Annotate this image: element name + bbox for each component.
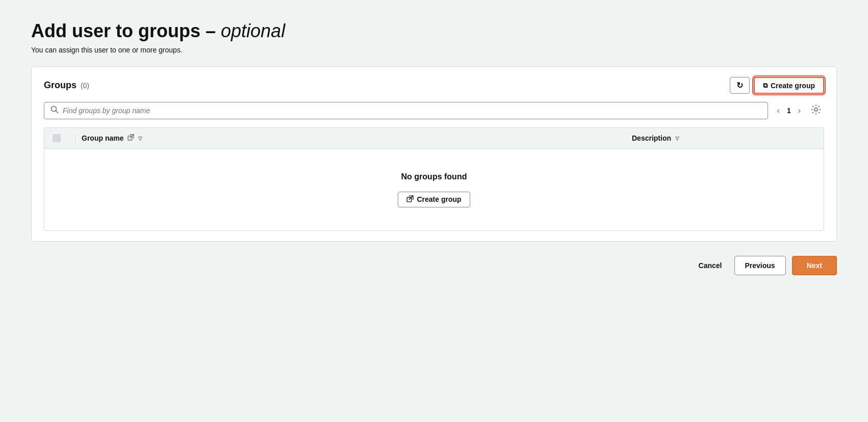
search-input[interactable]	[63, 107, 761, 115]
settings-button[interactable]	[808, 103, 824, 118]
pagination-next-button[interactable]: ›	[795, 105, 804, 116]
groups-label: Groups	[44, 80, 76, 90]
groups-title-section: Groups (0)	[44, 80, 89, 91]
external-link-icon-inline	[406, 195, 414, 204]
no-groups-text: No groups found	[401, 172, 467, 181]
svg-line-1	[56, 111, 58, 113]
header-checkbox[interactable]	[53, 134, 69, 142]
page-container: Add user to groups – optional You can as…	[31, 20, 837, 275]
svg-point-2	[814, 108, 818, 111]
gear-icon	[811, 107, 821, 117]
search-bar-row: ‹ 1 ›	[44, 102, 824, 119]
search-icon	[50, 106, 59, 116]
pagination-controls: ‹ 1 ›	[774, 103, 824, 118]
groups-card: Groups (0) Create group	[31, 66, 837, 242]
page-title: Add user to groups – optional	[31, 20, 837, 42]
table-header: Group name ▽ Description ▽	[44, 128, 824, 149]
pagination-prev-button[interactable]: ‹	[774, 105, 783, 116]
search-input-wrapper[interactable]	[44, 102, 768, 119]
cancel-button[interactable]: Cancel	[693, 257, 728, 274]
sort-icon-description[interactable]: ▽	[675, 136, 679, 141]
page-subtitle: You can assign this user to one or more …	[31, 46, 837, 54]
chevron-right-icon: ›	[798, 106, 801, 115]
page-number: 1	[787, 107, 791, 115]
table-body: No groups found Create group	[44, 149, 824, 230]
checkbox-placeholder	[53, 134, 61, 142]
external-link-icon	[763, 81, 768, 90]
chevron-left-icon: ‹	[777, 106, 780, 115]
groups-count: (0)	[81, 82, 89, 90]
next-button[interactable]: Next	[792, 256, 837, 275]
col-group-name-header: Group name ▽	[82, 134, 632, 142]
previous-button[interactable]: Previous	[734, 256, 786, 275]
table-container: Group name ▽ Description ▽	[44, 127, 824, 231]
external-link-icon-header	[127, 134, 134, 142]
refresh-icon	[736, 81, 743, 90]
create-group-button-inline[interactable]: Create group	[398, 192, 470, 207]
footer-actions: Cancel Previous Next	[31, 256, 837, 275]
create-group-button-header[interactable]: Create group	[754, 77, 824, 94]
refresh-button[interactable]	[730, 77, 750, 94]
col-description-header: Description ▽	[632, 134, 815, 142]
sort-icon-group-name[interactable]: ▽	[138, 136, 142, 141]
card-header: Groups (0) Create group	[44, 77, 824, 94]
header-actions: Create group	[730, 77, 824, 94]
col-divider	[75, 133, 75, 143]
